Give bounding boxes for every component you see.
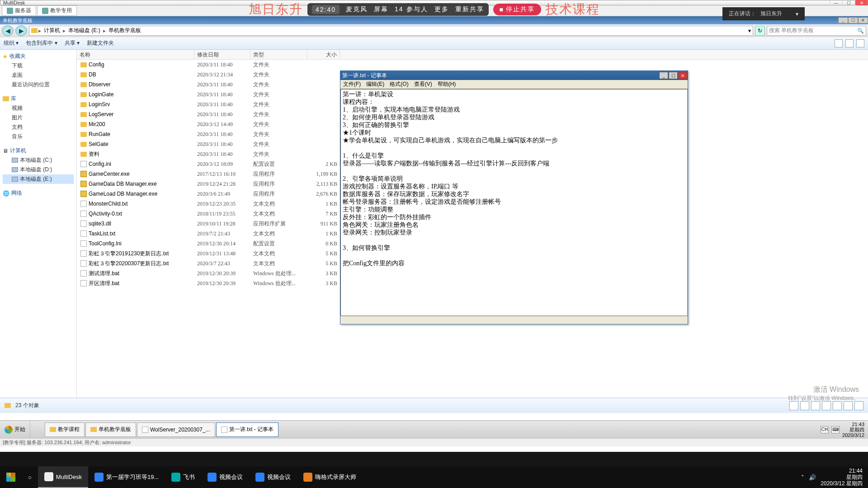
host-app[interactable]: 飞书 bbox=[165, 466, 201, 488]
back-button[interactable]: ◀ bbox=[2, 25, 14, 36]
folder-icon bbox=[31, 28, 38, 33]
nav-desktop[interactable]: 桌面 bbox=[3, 70, 74, 80]
folder-icon bbox=[80, 132, 87, 137]
search-input[interactable]: 搜索 单机教学底板🔍 bbox=[767, 26, 866, 36]
nav-pane: ★收藏夹 下载 桌面 最近访问的位置 库 视频 图片 文档 音乐 🖥计算机 本地… bbox=[0, 50, 77, 402]
host-app[interactable]: 视频会议 bbox=[201, 466, 249, 488]
exe-icon bbox=[80, 171, 87, 177]
folder-icon bbox=[80, 82, 87, 87]
host-app[interactable]: 第一届学习班等19... bbox=[88, 466, 165, 488]
share-menu[interactable]: 共享 ▾ bbox=[65, 39, 80, 47]
monitor-icon bbox=[42, 8, 48, 14]
explorer-title: 单机教学底板 bbox=[3, 17, 33, 24]
folder-icon bbox=[80, 122, 87, 127]
sr5[interactable] bbox=[833, 401, 842, 410]
file-icon bbox=[80, 260, 87, 267]
nav-documents[interactable]: 文档 bbox=[3, 122, 74, 132]
tab-servers[interactable]: 服务器 bbox=[2, 5, 36, 16]
newfolder-button[interactable]: 新建文件夹 bbox=[87, 39, 114, 47]
min-button[interactable]: — bbox=[830, 0, 842, 5]
lang-indicator[interactable]: CH bbox=[821, 426, 829, 433]
include-menu[interactable]: 包含到库中 ▾ bbox=[26, 39, 57, 47]
taskbar-item[interactable]: 单机教学底板 bbox=[85, 422, 136, 437]
host-app[interactable]: MultiDesk bbox=[38, 466, 88, 488]
nav-drive-d[interactable]: 本地磁盘 (D:) bbox=[3, 165, 74, 174]
column-headers[interactable]: 名称 修改日期 类型 大小 bbox=[77, 50, 868, 60]
np-min[interactable]: _ bbox=[659, 72, 668, 79]
forward-button[interactable]: ▶ bbox=[15, 25, 27, 36]
view-button[interactable] bbox=[835, 39, 843, 47]
file-icon bbox=[80, 250, 87, 257]
help-button[interactable] bbox=[856, 39, 864, 47]
folder-icon bbox=[80, 92, 87, 97]
inner-min[interactable]: _ bbox=[838, 17, 848, 23]
organize-menu[interactable]: 组织 ▾ bbox=[4, 39, 19, 47]
host-taskbar: ○ MultiDesk 第一届学习班等19... 飞书 视频会议 视频会议 嗨格… bbox=[0, 466, 868, 488]
folder-icon bbox=[5, 403, 11, 408]
file-icon bbox=[80, 270, 87, 277]
file-icon bbox=[80, 240, 87, 247]
windows-icon bbox=[5, 426, 13, 434]
notepad-menu: 文件(F) 编辑(E) 格式(O) 查看(V) 帮助(H) bbox=[340, 80, 688, 89]
notepad-window[interactable]: 第一讲.txt - 记事本 _ ☐ ✕ 文件(F) 编辑(E) 格式(O) 查看… bbox=[340, 70, 688, 324]
file-icon bbox=[80, 230, 87, 237]
remote-clock[interactable]: 21:43 星期四 2020/3/12 bbox=[842, 422, 864, 438]
scrollbar-h[interactable] bbox=[340, 316, 688, 324]
taskbar-item[interactable]: WolServer_20200307_... bbox=[137, 422, 215, 437]
preview-button[interactable] bbox=[845, 39, 854, 47]
server-icon bbox=[7, 8, 13, 14]
folder-icon bbox=[80, 112, 87, 117]
host-start[interactable] bbox=[0, 466, 22, 488]
file-icon bbox=[80, 280, 87, 286]
refresh-button[interactable]: ↻ bbox=[755, 26, 765, 36]
np-close[interactable]: ✕ bbox=[678, 72, 687, 79]
host-search[interactable]: ○ bbox=[22, 466, 38, 488]
np-max[interactable]: ☐ bbox=[669, 72, 678, 79]
file-icon bbox=[80, 161, 87, 167]
nav-videos[interactable]: 视频 bbox=[3, 103, 74, 113]
sr1[interactable] bbox=[789, 401, 798, 410]
max-button[interactable]: ☐ bbox=[842, 0, 855, 5]
sr4[interactable] bbox=[822, 401, 831, 410]
close-button[interactable]: ✕ bbox=[855, 0, 868, 5]
explorer-nav: ◀ ▶ ▸ 计算机▸ 本地磁盘 (E:)▸ 单机教学底板 ▾ ↻ 搜索 单机教学… bbox=[0, 24, 868, 37]
nav-recent[interactable]: 最近访问的位置 bbox=[3, 80, 74, 89]
search-icon: 🔍 bbox=[857, 28, 864, 34]
inner-close[interactable]: ✕ bbox=[858, 17, 868, 23]
taskbar-item[interactable]: 教学课程 bbox=[45, 422, 85, 437]
tray-volume-icon[interactable]: 🔊 bbox=[809, 474, 816, 481]
taskbar-item-active[interactable]: 第一讲.txt - 记事本 bbox=[216, 422, 279, 437]
start-button[interactable]: 开始 bbox=[0, 421, 30, 439]
remote-taskbar: 开始 教学课程 单机教学底板 WolServer_20200307_... 第一… bbox=[0, 420, 868, 438]
tray-up-icon[interactable]: ˄ bbox=[801, 474, 804, 481]
host-app[interactable]: 嗨格式录屏大师 bbox=[297, 466, 363, 488]
sr6[interactable] bbox=[844, 401, 853, 410]
file-icon bbox=[80, 221, 87, 227]
notepad-content[interactable]: 第一讲：单机架设 课程内容： 1、启动引擎，实现本地电脑正常登陆游戏 2、如何使… bbox=[340, 89, 688, 316]
host-app[interactable]: 视频会议 bbox=[249, 466, 297, 488]
explorer-statusbar: 23 个对象 bbox=[0, 398, 868, 413]
nav-music[interactable]: 音乐 bbox=[3, 132, 74, 141]
nav-drive-c[interactable]: 本地磁盘 (C:) bbox=[3, 155, 74, 165]
remote-session: 单机教学底板 _ ☐ ✕ ◀ ▶ ▸ 计算机▸ 本地磁盘 (E:)▸ 单机教学底… bbox=[0, 16, 868, 452]
folder-icon bbox=[80, 62, 87, 67]
notepad-titlebar[interactable]: 第一讲.txt - 记事本 _ ☐ ✕ bbox=[340, 71, 688, 80]
nav-drive-e[interactable]: 本地磁盘 (E:) bbox=[3, 174, 74, 184]
folder-icon bbox=[80, 102, 87, 107]
sr3[interactable] bbox=[811, 401, 820, 410]
sr2[interactable] bbox=[800, 401, 809, 410]
nav-pictures[interactable]: 图片 bbox=[3, 113, 74, 122]
file-icon bbox=[80, 211, 87, 217]
exe-icon bbox=[80, 191, 87, 197]
file-row[interactable]: Config2020/3/11 18:40文件夹 bbox=[77, 60, 868, 70]
sr7[interactable] bbox=[854, 401, 863, 410]
tab-teaching[interactable]: 教学专用 bbox=[37, 5, 77, 16]
multidesk-title: MultiDesk bbox=[3, 0, 25, 5]
connection-status: [教学专用] 服务器: 103.236.241.164; 用户名: admini… bbox=[0, 438, 868, 446]
folder-icon bbox=[80, 152, 87, 157]
ime-icon[interactable]: ⌨ bbox=[831, 426, 840, 433]
host-clock[interactable]: 21:44 星期四 2020/3/12 星期四 bbox=[821, 468, 863, 487]
nav-downloads[interactable]: 下载 bbox=[3, 61, 74, 70]
breadcrumb[interactable]: ▸ 计算机▸ 本地磁盘 (E:)▸ 单机教学底板 ▾ bbox=[29, 26, 753, 36]
inner-max[interactable]: ☐ bbox=[848, 17, 858, 23]
